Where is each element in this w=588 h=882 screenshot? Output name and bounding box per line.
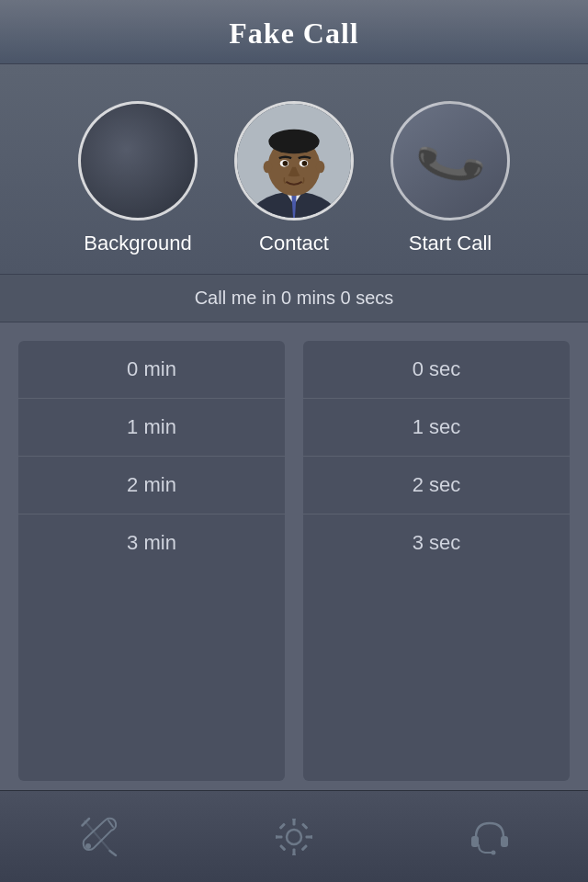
- wrench-icon: [75, 814, 121, 860]
- second-3[interactable]: 3 sec: [303, 514, 570, 571]
- svg-point-12: [302, 161, 308, 166]
- contact-label: Contact: [259, 232, 329, 255]
- svg-point-18: [287, 830, 301, 844]
- svg-line-17: [109, 851, 116, 855]
- second-2[interactable]: 2 sec: [303, 457, 570, 514]
- phone-icon: 📞: [413, 125, 488, 197]
- minute-2[interactable]: 2 min: [18, 457, 285, 514]
- start-call-option[interactable]: 📞 Start Call: [390, 101, 510, 255]
- svg-point-29: [492, 850, 496, 854]
- svg-point-7: [264, 161, 273, 173]
- background-option[interactable]: Background: [78, 101, 198, 255]
- minutes-picker: 0 min 1 min 2 min 3 min: [18, 341, 285, 781]
- svg-rect-22: [305, 835, 312, 838]
- background-circle[interactable]: [78, 101, 198, 220]
- svg-rect-19: [292, 819, 295, 826]
- svg-point-6: [268, 130, 319, 154]
- start-call-label: Start Call: [409, 232, 492, 255]
- tools-nav-item[interactable]: [66, 805, 130, 869]
- contact-circle[interactable]: [234, 101, 354, 220]
- svg-point-11: [283, 161, 288, 166]
- minute-0[interactable]: 0 min: [18, 341, 285, 399]
- svg-line-14: [108, 820, 113, 827]
- svg-rect-24: [301, 822, 308, 829]
- seconds-picker: 0 sec 1 sec 2 sec 3 sec: [303, 341, 570, 781]
- svg-point-13: [85, 843, 91, 849]
- bottom-nav: [0, 790, 588, 882]
- picker-section: 0 min 1 min 2 min 3 min 0 sec 1 sec 2 se…: [0, 322, 588, 790]
- second-1[interactable]: 1 sec: [303, 399, 570, 457]
- second-0[interactable]: 0 sec: [303, 341, 570, 399]
- svg-rect-28: [501, 836, 508, 847]
- minute-3[interactable]: 3 min: [18, 514, 285, 571]
- svg-rect-26: [301, 843, 308, 850]
- contact-option[interactable]: Contact: [234, 101, 354, 255]
- background-label: Background: [84, 232, 191, 255]
- svg-rect-23: [279, 822, 286, 829]
- timer-label: Call me in 0 mins 0 secs: [195, 288, 394, 308]
- svg-rect-20: [292, 848, 295, 855]
- svg-rect-25: [279, 843, 286, 850]
- start-call-circle[interactable]: 📞: [390, 101, 510, 220]
- app-title: Fake Call: [0, 17, 588, 51]
- settings-nav-item[interactable]: [262, 805, 326, 869]
- gear-icon: [271, 814, 317, 860]
- minute-1[interactable]: 1 min: [18, 399, 285, 457]
- svg-rect-27: [471, 836, 479, 847]
- svg-rect-21: [276, 835, 283, 838]
- timer-section: Call me in 0 mins 0 secs: [0, 274, 588, 322]
- support-nav-item[interactable]: [458, 805, 522, 869]
- top-section: Background: [0, 64, 588, 274]
- svg-point-8: [316, 161, 325, 173]
- headset-icon: [467, 814, 513, 860]
- app-header: Fake Call: [0, 0, 588, 64]
